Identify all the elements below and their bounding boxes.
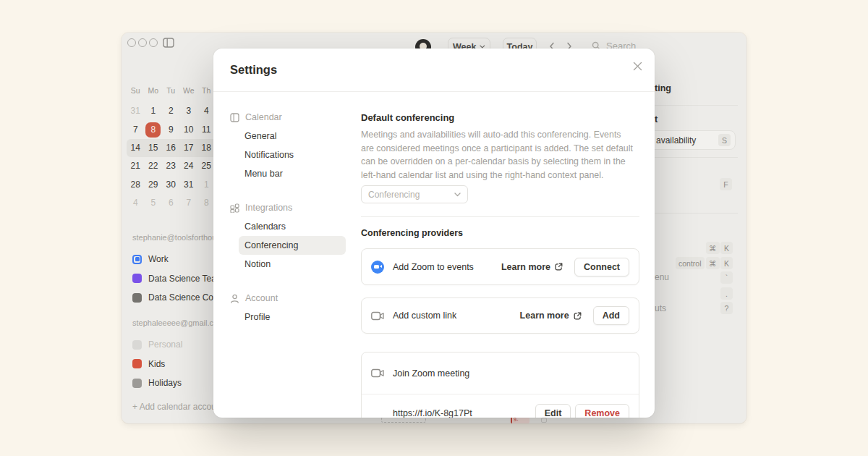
custom-link-url: https://f.io/K-8g17Pt bbox=[393, 408, 531, 418]
section-description: Meetings and availabilities will auto-ad… bbox=[361, 128, 636, 182]
calendar-day[interactable]: 28 bbox=[127, 177, 145, 193]
calendar-icon bbox=[230, 113, 239, 122]
settings-nav-item-conferencing[interactable]: Conferencing bbox=[239, 236, 346, 255]
kbd-question: ? bbox=[720, 302, 733, 314]
add-calendar-account-button[interactable]: + Add calendar account bbox=[132, 401, 224, 413]
kbd-s: S bbox=[718, 134, 731, 146]
calendar-day[interactable]: 24 bbox=[180, 159, 198, 174]
calendar-color-swatch bbox=[132, 293, 142, 303]
learn-more-link[interactable]: Learn more bbox=[520, 311, 582, 321]
divider bbox=[361, 216, 639, 217]
modal-title: Settings bbox=[230, 63, 277, 77]
calendar-week-row: 45678 bbox=[127, 194, 216, 212]
settings-nav-item-notifications[interactable]: Notifications bbox=[239, 145, 346, 164]
provider-row: Add Zoom to eventsLearn moreConnect bbox=[362, 249, 639, 284]
remove-button[interactable]: Remove bbox=[575, 404, 629, 418]
weekday-label: Th bbox=[197, 86, 216, 95]
provider-label: Add custom link bbox=[393, 311, 520, 321]
calendar-day[interactable]: 14 bbox=[127, 140, 145, 156]
calendar-day[interactable]: 30 bbox=[162, 177, 180, 193]
calendar-week-row: 2122232425 bbox=[127, 157, 216, 175]
provider-card: Add custom linkLearn moreAdd bbox=[361, 297, 639, 334]
calendar-day-today[interactable]: 8 bbox=[145, 122, 161, 138]
settings-nav-item-general[interactable]: General bbox=[239, 127, 346, 145]
event-fragment-dashed bbox=[381, 417, 426, 423]
calendar-day[interactable]: 6 bbox=[162, 195, 180, 211]
calendar-day[interactable]: 11 bbox=[197, 122, 216, 138]
calendar-day[interactable]: 22 bbox=[145, 159, 163, 174]
custom-link-header: Join Zoom meeting bbox=[362, 352, 639, 394]
calendar-label: Kids bbox=[148, 359, 165, 369]
divider bbox=[654, 157, 738, 158]
chevron-down-icon bbox=[454, 193, 461, 197]
calendar-day[interactable]: 7 bbox=[127, 122, 145, 138]
calendar-day[interactable]: 29 bbox=[145, 177, 163, 193]
section-heading: Default conferencing bbox=[361, 112, 454, 123]
weekday-label: Su bbox=[127, 86, 145, 95]
calendar-day[interactable]: 4 bbox=[197, 104, 216, 119]
custom-link-title: Join Zoom meeting bbox=[393, 368, 469, 379]
kbd-k: K bbox=[720, 257, 733, 269]
calendar-day[interactable]: 31 bbox=[180, 177, 198, 193]
shortcuts-label-fragment: uts bbox=[655, 303, 666, 313]
calendar-day[interactable]: 21 bbox=[127, 159, 145, 174]
settings-nav-group-account: Account bbox=[230, 289, 347, 308]
calendar-day[interactable]: 15 bbox=[145, 140, 163, 156]
connect-button[interactable]: Connect bbox=[574, 258, 629, 276]
calendar-color-swatch bbox=[132, 359, 142, 368]
calendar-day[interactable]: 18 bbox=[197, 140, 216, 156]
kbd-k: K bbox=[720, 242, 733, 254]
add-button[interactable]: Add bbox=[593, 306, 629, 325]
calendar-day[interactable]: 3 bbox=[180, 104, 198, 119]
settings-nav-item-notion[interactable]: Notion bbox=[239, 255, 346, 274]
calendar-color-swatch bbox=[132, 255, 142, 264]
integrations-icon bbox=[230, 203, 239, 213]
provider-row: Add custom linkLearn moreAdd bbox=[362, 298, 639, 333]
calendar-label: Work bbox=[148, 254, 169, 264]
calendar-day[interactable]: 5 bbox=[145, 195, 163, 211]
provider-cards: Add Zoom to eventsLearn moreConnectAdd c… bbox=[361, 248, 639, 352]
settings-nav-item-calendars[interactable]: Calendars bbox=[239, 217, 346, 236]
window-zoom-button[interactable] bbox=[149, 38, 158, 47]
calendar-day[interactable]: 16 bbox=[162, 140, 180, 156]
edit-button[interactable]: Edit bbox=[535, 404, 571, 418]
sidebar-toggle-icon[interactable] bbox=[163, 38, 174, 48]
settings-modal: Settings CalendarGeneralNotificationsMen… bbox=[213, 48, 655, 418]
calendar-week-row: 7891011 bbox=[127, 120, 216, 138]
nav-group-label: Integrations bbox=[245, 203, 292, 213]
calendar-day[interactable]: 9 bbox=[162, 122, 180, 138]
settings-nav-item-menu-bar[interactable]: Menu bar bbox=[239, 164, 346, 183]
calendar-day[interactable]: 25 bbox=[197, 159, 216, 174]
calendar-day[interactable]: 1 bbox=[197, 177, 216, 193]
custom-link-row: https://f.io/K-8g17Pt Edit Remove bbox=[362, 394, 639, 418]
window-minimize-button[interactable] bbox=[138, 38, 147, 47]
zoom-video-icon bbox=[371, 261, 385, 274]
nav-group-label: Account bbox=[245, 293, 278, 303]
weekday-header-row: SuMoTuWeTh bbox=[127, 79, 216, 102]
calendar-day[interactable]: 7 bbox=[180, 195, 198, 211]
calendar-day[interactable]: 23 bbox=[162, 159, 180, 174]
settings-nav-item-profile[interactable]: Profile bbox=[239, 308, 346, 326]
calendar-day[interactable]: 31 bbox=[127, 104, 145, 119]
calendar-label: Holidays bbox=[148, 378, 182, 388]
calendar-day[interactable]: 10 bbox=[180, 122, 198, 138]
share-availability-menu-item[interactable]: availability S bbox=[644, 130, 736, 150]
calendar-day[interactable]: 1 bbox=[145, 104, 163, 119]
selected-week-row: 1415161718 bbox=[127, 139, 221, 157]
mini-calendar: SuMoTuWeTh311234789101114151617182122232… bbox=[127, 79, 216, 212]
settings-content: Default conferencing Meetings and availa… bbox=[361, 48, 639, 418]
calendar-day[interactable]: 2 bbox=[162, 104, 180, 119]
calendar-day[interactable]: 8 bbox=[197, 195, 216, 211]
provider-label: Add Zoom to events bbox=[393, 262, 501, 272]
weekday-label: We bbox=[180, 86, 198, 95]
weekday-label: Mo bbox=[145, 86, 163, 95]
learn-more-link[interactable]: Learn more bbox=[501, 262, 563, 272]
calendar-week-row: 282930311 bbox=[127, 176, 216, 194]
conferencing-select[interactable]: Conferencing bbox=[361, 185, 468, 203]
account-icon bbox=[230, 294, 239, 303]
window-close-button[interactable] bbox=[127, 38, 136, 47]
calendar-day[interactable]: 4 bbox=[127, 195, 145, 211]
calendar-day[interactable]: 17 bbox=[180, 140, 198, 156]
calendar-label: Personal bbox=[148, 339, 182, 350]
availability-label: availability bbox=[656, 135, 696, 145]
